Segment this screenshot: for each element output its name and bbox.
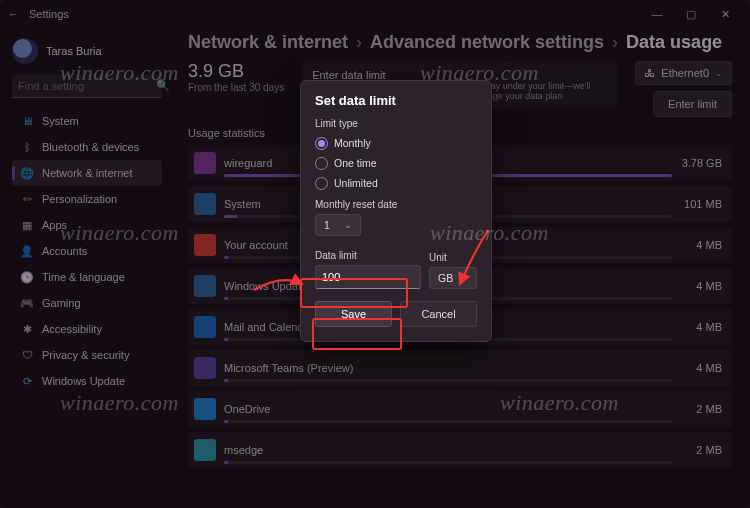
radio-icon — [315, 137, 328, 150]
data-limit-input[interactable]: 100 — [315, 265, 421, 289]
data-limit-label: Data limit — [315, 250, 421, 261]
dialog-title: Set data limit — [315, 93, 477, 108]
unit-value: GB — [438, 272, 453, 284]
radio-unlimited[interactable]: Unlimited — [315, 173, 477, 193]
limit-type-label: Limit type — [315, 118, 477, 129]
reset-date-value: 1 — [324, 219, 330, 231]
radio-icon — [315, 157, 328, 170]
save-button[interactable]: Save — [315, 301, 392, 327]
reset-date-dropdown[interactable]: 1 ⌄ — [315, 214, 361, 236]
cancel-button[interactable]: Cancel — [400, 301, 477, 327]
radio-one-time[interactable]: One time — [315, 153, 477, 173]
chevron-down-icon: ⌄ — [344, 220, 352, 230]
unit-label: Unit — [429, 252, 477, 263]
radio-icon — [315, 177, 328, 190]
radio-monthly[interactable]: Monthly — [315, 133, 477, 153]
chevron-down-icon: ⌄ — [460, 273, 468, 283]
set-data-limit-dialog: Set data limit Limit type Monthly One ti… — [300, 80, 492, 342]
reset-date-label: Monthly reset date — [315, 199, 477, 210]
unit-dropdown[interactable]: GB ⌄ — [429, 267, 477, 289]
